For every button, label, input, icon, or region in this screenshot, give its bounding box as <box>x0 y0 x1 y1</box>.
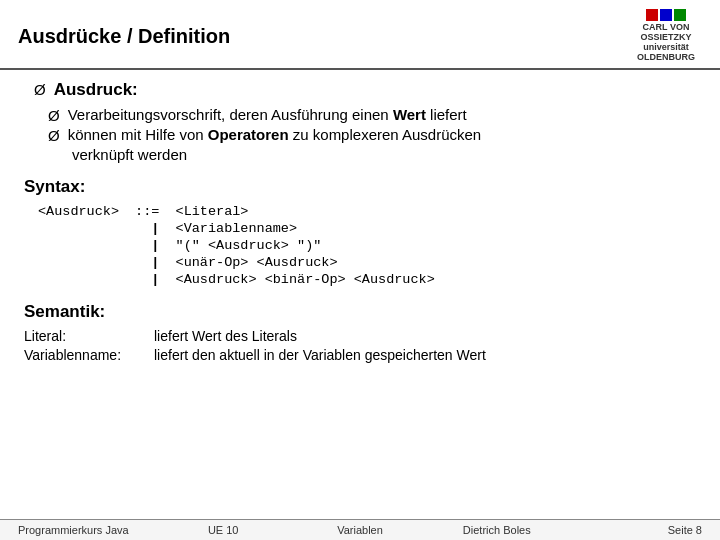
syntax-row-4: | <unär-Op> <Ausdruck> <box>34 254 439 271</box>
semantik-title: Semantik: <box>24 302 696 322</box>
bullet-text-2: können mit Hilfe von Operatoren zu kompl… <box>68 126 482 143</box>
footer: Programmierkurs Java UE 10 Variablen Die… <box>0 519 720 540</box>
bullet-text-2-continuation: verknüpft werden <box>24 146 696 163</box>
syntax-lhs-empty-3 <box>34 254 123 271</box>
bullet-marker-1: Ø <box>34 81 46 98</box>
semantik-section: Semantik: Literal: liefert Wert des Lite… <box>24 302 696 363</box>
logo-square-green <box>674 9 686 21</box>
syntax-lhs-empty-2 <box>34 237 123 254</box>
semantik-value-1: liefert Wert des Literals <box>154 328 297 344</box>
bullet-marker-3: Ø <box>48 127 60 144</box>
semantik-label-2: Variablenname: <box>24 347 154 363</box>
slide-content: Ø Ausdruck: Ø Verarbeitungsvorschrift, d… <box>0 70 720 519</box>
syntax-rhs-4: <unär-Op> <Ausdruck> <box>172 254 439 271</box>
university-logo: CARL VONOSSIETZKYuniversitätOLDENBURG <box>630 10 702 62</box>
bullet-row-2: Ø können mit Hilfe von Operatoren zu kom… <box>24 126 696 144</box>
syntax-rhs-1: <Literal> <box>172 203 439 220</box>
footer-course: Programmierkurs Java <box>18 524 155 536</box>
syntax-row-5: | <Ausdruck> <binär-Op> <Ausdruck> <box>34 271 439 288</box>
footer-page: Seite 8 <box>565 524 702 536</box>
logo-squares <box>646 9 686 21</box>
bullet-text-1: Verarbeitungsvorschrift, deren Ausführun… <box>68 106 467 123</box>
header: Ausdrücke / Definition CARL VONOSSIETZKY… <box>0 0 720 70</box>
syntax-title: Syntax: <box>24 177 696 197</box>
slide: Ausdrücke / Definition CARL VONOSSIETZKY… <box>0 0 720 540</box>
syntax-rhs-2: <Variablenname> <box>172 220 439 237</box>
syntax-pipe-1: | <box>123 220 172 237</box>
ausdruck-heading: Ausdruck: <box>54 80 138 100</box>
syntax-pipe-2: | <box>123 237 172 254</box>
footer-topic: Variablen <box>292 524 429 536</box>
semantik-label-1: Literal: <box>24 328 154 344</box>
semantik-row-2: Variablenname: liefert den aktuell in de… <box>24 347 696 363</box>
syntax-table: <Ausdruck> ::= <Literal> | <Variablennam… <box>34 203 439 288</box>
syntax-lhs-empty-4 <box>34 271 123 288</box>
syntax-lhs: <Ausdruck> <box>34 203 123 220</box>
logo-square-blue <box>660 9 672 21</box>
syntax-rhs-3: "(" <Ausdruck> ")" <box>172 237 439 254</box>
syntax-pipe-4: | <box>123 271 172 288</box>
semantik-value-2: liefert den aktuell in der Variablen ges… <box>154 347 486 363</box>
footer-author: Dietrich Boles <box>428 524 565 536</box>
syntax-row-1: <Ausdruck> ::= <Literal> <box>34 203 439 220</box>
ausdruck-heading-row: Ø Ausdruck: <box>24 80 696 104</box>
logo-text: CARL VONOSSIETZKYuniversitätOLDENBURG <box>637 23 695 63</box>
syntax-section: Syntax: <Ausdruck> ::= <Literal> | <Vari… <box>24 177 696 288</box>
ausdruck-section: Ø Ausdruck: Ø Verarbeitungsvorschrift, d… <box>24 80 696 163</box>
syntax-row-3: | "(" <Ausdruck> ")" <box>34 237 439 254</box>
footer-unit: UE 10 <box>155 524 292 536</box>
logo-square-red <box>646 9 658 21</box>
syntax-op: ::= <box>123 203 172 220</box>
bullet-row-1: Ø Verarbeitungsvorschrift, deren Ausführ… <box>24 106 696 124</box>
syntax-rhs-5: <Ausdruck> <binär-Op> <Ausdruck> <box>172 271 439 288</box>
slide-title: Ausdrücke / Definition <box>18 25 230 48</box>
syntax-lhs-empty <box>34 220 123 237</box>
syntax-row-2: | <Variablenname> <box>34 220 439 237</box>
syntax-pipe-3: | <box>123 254 172 271</box>
semantik-row-1: Literal: liefert Wert des Literals <box>24 328 696 344</box>
bullet-marker-2: Ø <box>48 107 60 124</box>
